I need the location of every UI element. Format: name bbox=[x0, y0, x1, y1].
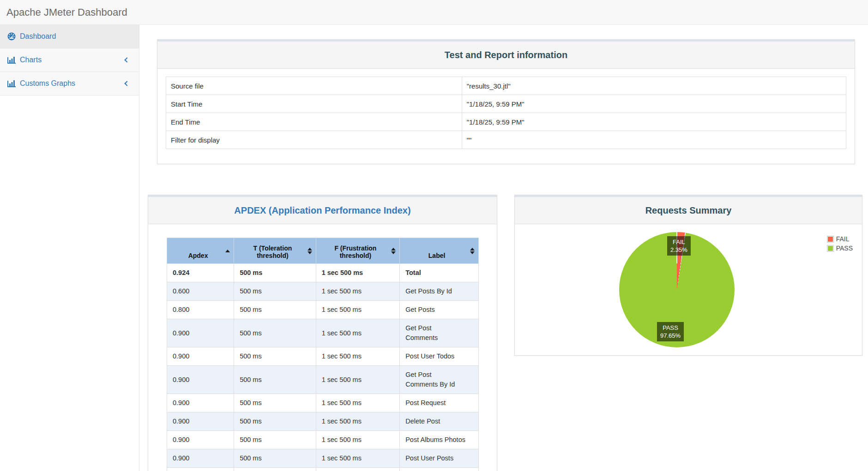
legend-label: PASS bbox=[836, 244, 853, 252]
apdex-cell: 1.000 bbox=[167, 468, 234, 471]
apdex-table-row: 0.900500 ms1 sec 500 msPost User Posts bbox=[167, 449, 479, 468]
pass-label-name: PASS bbox=[660, 324, 681, 332]
frustration-cell: 1 sec 500 ms bbox=[316, 282, 400, 301]
apdex-column-header-label[interactable]: Label bbox=[400, 238, 479, 264]
apdex-cell: 0.900 bbox=[167, 347, 234, 366]
apdex-cell: 0.900 bbox=[167, 449, 234, 468]
sort-both-icon bbox=[391, 248, 396, 254]
legend-color-fill bbox=[828, 246, 833, 251]
panel-heading: Test and Report information bbox=[157, 42, 855, 69]
fail-slice-label: FAIL 2.35% bbox=[667, 236, 691, 256]
navbar: Apache JMeter Dashboard bbox=[0, 0, 868, 25]
apdex-cell: 0.900 bbox=[167, 412, 234, 431]
apdex-cell: 0.600 bbox=[167, 282, 234, 301]
panel-heading: APDEX (Application Performance Index) bbox=[148, 197, 497, 224]
apdex-table-row: 0.900500 ms1 sec 500 msPost User Todos bbox=[167, 347, 479, 366]
pie-legend: FAILPASS bbox=[827, 235, 853, 254]
pass-label-percent: 97.65% bbox=[660, 332, 681, 340]
info-value-cell: "results_30.jtl" bbox=[462, 77, 846, 95]
toleration-cell: 500 ms bbox=[234, 394, 316, 412]
frustration-cell: 1 sec 500 ms bbox=[316, 264, 400, 282]
sidebar-item-label: Dashboard bbox=[20, 32, 131, 41]
chevron-left-icon bbox=[124, 57, 129, 62]
toleration-cell: 500 ms bbox=[234, 264, 316, 282]
label-cell: Get Posts bbox=[400, 301, 479, 319]
apdex-cell: 0.900 bbox=[167, 394, 234, 412]
frustration-cell: 1 sec 500 ms bbox=[316, 412, 400, 431]
apdex-cell: 0.800 bbox=[167, 301, 234, 319]
sidebar-item-label: Customs Graphs bbox=[20, 79, 125, 88]
apdex-column-header-frustration[interactable]: F (Frustration threshold) bbox=[316, 238, 400, 264]
toleration-cell: 500 ms bbox=[234, 449, 316, 468]
apdex-column-header-toleration[interactable]: T (Toleration threshold) bbox=[234, 238, 316, 264]
toleration-cell: 500 ms bbox=[234, 319, 316, 347]
apdex-column-header-apdex[interactable]: Apdex bbox=[167, 238, 234, 264]
label-cell: Total bbox=[400, 264, 479, 282]
frustration-cell: 1 sec 500 ms bbox=[316, 449, 400, 468]
label-cell: Post User Posts bbox=[400, 449, 479, 468]
info-value-cell: "1/18/25, 9:59 PM" bbox=[462, 113, 846, 131]
apdex-table: Apdex T (Toleration threshold) F (Frustr… bbox=[167, 238, 479, 471]
info-label-cell: Start Time bbox=[166, 95, 462, 113]
info-label-cell: End Time bbox=[166, 113, 462, 131]
info-table-row: Filter for display"" bbox=[166, 131, 846, 149]
frustration-cell: 1 sec 500 ms bbox=[316, 301, 400, 319]
sidebar-item-customs-graphs[interactable]: Customs Graphs bbox=[0, 72, 139, 95]
apdex-table-row: 0.900500 ms1 sec 500 msGet Post Comments… bbox=[167, 366, 479, 394]
legend-item-fail: FAIL bbox=[827, 235, 853, 243]
bar-chart-icon bbox=[7, 80, 16, 87]
legend-color-fill bbox=[828, 237, 833, 242]
test-report-info-panel: Test and Report information Source file"… bbox=[157, 39, 855, 164]
fail-label-name: FAIL bbox=[670, 238, 687, 246]
frustration-cell: 1 sec 500 ms bbox=[316, 468, 400, 471]
info-panel-title: Test and Report information bbox=[445, 50, 567, 60]
column-label: T (Toleration threshold) bbox=[253, 244, 292, 259]
column-label: Apdex bbox=[188, 252, 208, 259]
legend-color-box bbox=[827, 236, 834, 243]
apdex-table-row: 0.900500 ms1 sec 500 msGet Post Comments bbox=[167, 319, 479, 347]
sidebar-item-charts[interactable]: Charts bbox=[0, 48, 139, 72]
apdex-table-row: 0.600500 ms1 sec 500 msGet Posts By Id bbox=[167, 282, 479, 301]
info-table-row: End Time"1/18/25, 9:59 PM" bbox=[166, 113, 846, 131]
app-title: Apache JMeter Dashboard bbox=[6, 6, 127, 18]
apdex-panel: APDEX (Application Performance Index) Ap… bbox=[148, 195, 497, 471]
pass-slice-label: PASS 97.65% bbox=[657, 322, 684, 341]
fail-label-percent: 2.35% bbox=[670, 246, 687, 254]
frustration-cell: 1 sec 500 ms bbox=[316, 431, 400, 449]
main-content: Test and Report information Source file"… bbox=[139, 39, 868, 471]
apdex-cell: 0.900 bbox=[167, 431, 234, 449]
label-cell: Post Albums Photos bbox=[400, 431, 479, 449]
panel-body: Apdex T (Toleration threshold) F (Frustr… bbox=[148, 224, 497, 471]
apdex-cell: 0.900 bbox=[167, 319, 234, 347]
label-cell: Get Posts By Id bbox=[400, 282, 479, 301]
label-cell: Delete Post bbox=[400, 412, 479, 431]
label-cell: Get Post Comments bbox=[400, 319, 479, 347]
sidebar-item-dashboard[interactable]: Dashboard bbox=[0, 25, 139, 48]
apdex-cell: 0.924 bbox=[167, 264, 234, 282]
panel-heading: Requests Summary bbox=[515, 197, 862, 224]
apdex-table-row: 0.900500 ms1 sec 500 msPost Albums Photo… bbox=[167, 431, 479, 449]
legend-label: FAIL bbox=[836, 235, 850, 243]
label-cell: Post User Todos bbox=[400, 347, 479, 366]
column-label: F (Frustration threshold) bbox=[334, 244, 376, 259]
info-table-row: Start Time"1/18/25, 9:59 PM" bbox=[166, 95, 846, 113]
sort-ascending-icon bbox=[225, 250, 230, 252]
legend-color-box bbox=[827, 245, 834, 252]
panel-body: FAILPASS FAIL 2.35% PASS 97.65% bbox=[515, 224, 862, 355]
toleration-cell: 500 ms bbox=[234, 366, 316, 394]
toleration-cell: 500 ms bbox=[234, 412, 316, 431]
sort-both-icon bbox=[470, 248, 475, 254]
apdex-table-row: 1.000500 ms1 sec 500 msGet Users Albums bbox=[167, 468, 479, 471]
panel-body: Source file"results_30.jtl"Start Time"1/… bbox=[157, 69, 855, 157]
label-cell: Get Post Comments By Id bbox=[400, 366, 479, 394]
label-cell: Get Users Albums bbox=[400, 468, 479, 471]
apdex-panel-title: APDEX (Application Performance Index) bbox=[234, 205, 410, 216]
requests-summary-panel: Requests Summary FAILPASS FAIL 2.35% PAS… bbox=[514, 195, 862, 356]
sidebar: Dashboard Charts Customs Graphs bbox=[0, 25, 139, 471]
toleration-cell: 500 ms bbox=[234, 301, 316, 319]
toleration-cell: 500 ms bbox=[234, 468, 316, 471]
chevron-left-icon bbox=[124, 81, 129, 86]
info-table-row: Source file"results_30.jtl" bbox=[166, 77, 846, 95]
info-value-cell: "" bbox=[462, 131, 846, 149]
info-label-cell: Source file bbox=[166, 77, 462, 95]
